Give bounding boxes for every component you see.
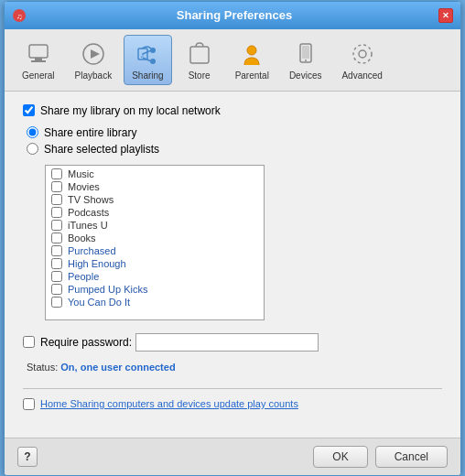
playlist-checkbox-books[interactable] xyxy=(51,233,62,243)
home-sharing-row: Home Sharing computers and devices updat… xyxy=(23,398,442,410)
playlist-label-purchased: Purchased xyxy=(68,245,116,256)
close-button[interactable]: ✕ xyxy=(438,8,453,23)
list-item: High Enough xyxy=(46,257,264,270)
itunes-icon: ♫ xyxy=(12,8,27,23)
advanced-icon xyxy=(348,39,377,69)
playlist-label-music: Music xyxy=(68,168,94,179)
share-library-label: Share my library on my local network xyxy=(40,104,221,117)
playlist-label-movies: Movies xyxy=(68,181,100,192)
advanced-label: Advanced xyxy=(341,70,382,81)
playlist-label-you-can-do-it: You Can Do It xyxy=(68,297,130,308)
footer: ? OK Cancel xyxy=(5,438,460,475)
playlist-container: Music Movies TV Shows Podcasts iTunes U xyxy=(45,165,442,320)
divider xyxy=(23,388,442,389)
playlist-checkbox-movies[interactable] xyxy=(51,181,62,192)
svg-point-8 xyxy=(150,48,156,53)
playlist-checkbox-podcasts[interactable] xyxy=(51,207,62,218)
home-sharing-label: Home Sharing computers and devices updat… xyxy=(40,398,298,409)
svg-rect-11 xyxy=(190,47,209,63)
toolbar-item-sharing[interactable]: ♪ Sharing xyxy=(124,35,171,85)
svg-point-12 xyxy=(247,46,256,55)
playlist-checkbox-you-can-do-it[interactable] xyxy=(51,297,62,308)
devices-label: Devices xyxy=(289,70,322,81)
playlist-checkbox-purchased[interactable] xyxy=(51,245,62,256)
general-label: General xyxy=(22,70,55,81)
share-library-row: Share my library on my local network xyxy=(23,104,442,117)
playlist-box[interactable]: Music Movies TV Shows Podcasts iTunes U xyxy=(45,165,265,320)
playlist-label-podcasts: Podcasts xyxy=(68,207,109,218)
title-bar: ♫ Sharing Preferences ✕ xyxy=(5,2,460,29)
playlist-checkbox-tv-shows[interactable] xyxy=(51,194,62,205)
svg-point-16 xyxy=(359,50,366,58)
svg-point-15 xyxy=(305,60,307,61)
cancel-button[interactable]: Cancel xyxy=(375,446,448,468)
playlist-label-itunes-u: iTunes U xyxy=(68,220,108,231)
title-bar-controls: ✕ xyxy=(438,8,453,23)
list-item: Pumped Up Kicks xyxy=(46,283,264,296)
status-value: On, one user connected xyxy=(60,362,175,373)
share-selected-row: Share selected playlists xyxy=(27,143,442,156)
svg-point-17 xyxy=(353,45,372,63)
status-text: Status: On, one user connected xyxy=(27,362,176,373)
playlist-checkbox-pumped-up-kicks[interactable] xyxy=(51,284,62,295)
share-entire-row: Share entire library xyxy=(27,126,442,139)
ok-button[interactable]: OK xyxy=(313,446,367,468)
store-icon xyxy=(185,39,214,69)
list-item: Podcasts xyxy=(46,206,264,219)
share-entire-radio[interactable] xyxy=(27,126,38,138)
svg-text:♫: ♫ xyxy=(16,12,23,21)
share-library-checkbox[interactable] xyxy=(23,104,35,116)
status-row: Status: On, one user connected xyxy=(23,361,442,373)
list-item: Purchased xyxy=(46,244,264,257)
password-row: Require password: xyxy=(23,333,442,352)
toolbar-item-store[interactable]: Store xyxy=(176,35,223,85)
svg-point-9 xyxy=(150,59,156,64)
share-options-group: Share entire library Share selected play… xyxy=(27,126,442,156)
list-item: Music xyxy=(46,168,264,180)
playlist-label-books: Books xyxy=(68,233,96,243)
playlist-label-high-enough: High Enough xyxy=(68,258,126,269)
toolbar-item-advanced[interactable]: Advanced xyxy=(333,35,390,85)
playlist-label-people: People xyxy=(68,271,99,282)
list-item: iTunes U xyxy=(46,219,264,232)
list-item: You Can Do It xyxy=(46,296,264,308)
playlist-checkbox-itunes-u[interactable] xyxy=(51,220,62,231)
toolbar-item-parental[interactable]: Parental xyxy=(227,35,277,85)
content-area: Share my library on my local network Sha… xyxy=(5,92,460,438)
share-entire-label: Share entire library xyxy=(44,126,136,139)
sharing-icon: ♪ xyxy=(133,39,162,69)
playback-icon xyxy=(79,39,108,69)
share-selected-radio[interactable] xyxy=(27,143,38,155)
playlist-checkbox-people[interactable] xyxy=(51,271,62,282)
help-button[interactable]: ? xyxy=(17,447,38,467)
general-icon xyxy=(24,39,53,69)
sharing-preferences-window: ♫ Sharing Preferences ✕ General xyxy=(4,1,461,476)
list-item: People xyxy=(46,270,264,283)
require-password-checkbox[interactable] xyxy=(23,336,35,348)
toolbar-item-general[interactable]: General xyxy=(14,35,63,85)
parental-label: Parental xyxy=(235,70,269,81)
playlist-checkbox-high-enough[interactable] xyxy=(51,258,62,269)
toolbar-item-devices[interactable]: Devices xyxy=(281,35,330,85)
list-item: Movies xyxy=(46,180,264,193)
playlist-label-tv-shows: TV Shows xyxy=(68,194,114,205)
svg-rect-3 xyxy=(35,58,42,60)
playback-label: Playback xyxy=(75,70,113,81)
playlist-checkbox-music[interactable] xyxy=(51,168,62,179)
footer-buttons: OK Cancel xyxy=(313,446,448,468)
title-bar-left: ♫ xyxy=(12,8,30,23)
require-password-label: Require password: xyxy=(40,336,132,349)
toolbar-item-playback[interactable]: Playback xyxy=(67,35,121,85)
store-label: Store xyxy=(189,70,211,81)
svg-rect-4 xyxy=(31,60,46,62)
svg-rect-14 xyxy=(302,46,309,59)
toolbar: General Playback xyxy=(5,29,460,92)
status-label: Status: xyxy=(27,362,58,373)
sharing-label: Sharing xyxy=(132,70,163,81)
list-item: TV Shows xyxy=(46,193,264,206)
svg-marker-6 xyxy=(91,49,100,59)
playlist-label-pumped-up-kicks: Pumped Up Kicks xyxy=(68,284,147,295)
svg-rect-2 xyxy=(29,45,48,58)
password-input[interactable] xyxy=(135,333,319,352)
home-sharing-checkbox[interactable] xyxy=(23,398,35,410)
